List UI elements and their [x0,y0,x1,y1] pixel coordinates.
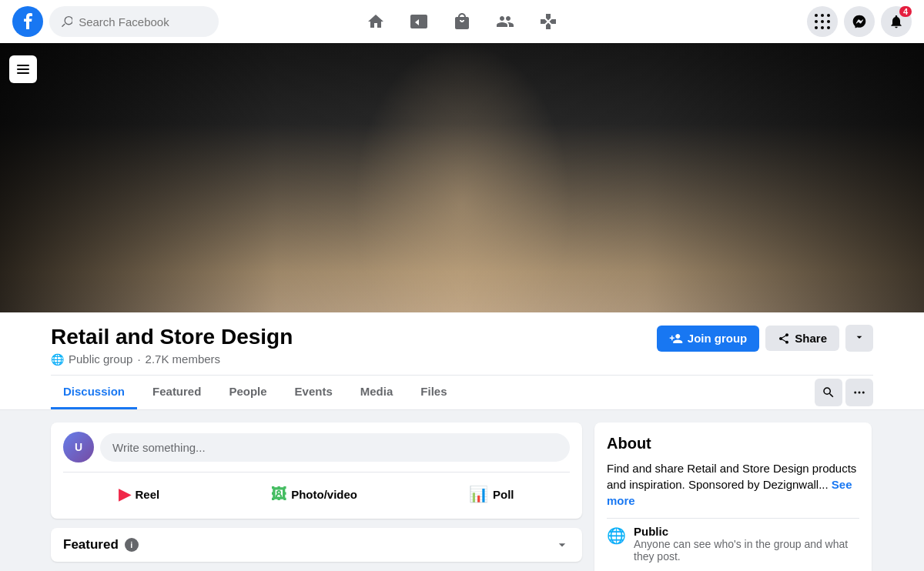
photo-icon: 🖼 [271,486,286,503]
search-bar[interactable] [49,6,219,37]
header-left [12,6,228,37]
svg-point-3 [827,14,830,17]
facebook-logo[interactable] [12,6,43,37]
nav-home[interactable] [357,3,394,40]
right-column: About Find and share Retail and Store De… [594,422,872,571]
group-title-block: Retail and Store Design 🌐 Public group ·… [51,325,293,366]
about-title: About [607,435,859,452]
public-label: Public [634,525,859,538]
svg-point-8 [821,26,824,29]
nav-gaming[interactable] [530,3,567,40]
notifications-button[interactable]: 4 [881,6,912,37]
svg-point-6 [827,20,830,23]
tab-featured[interactable]: Featured [140,376,213,409]
nav-watch[interactable] [400,3,437,40]
more-tabs-button[interactable] [845,379,873,406]
user-avatar: U [63,432,94,462]
left-column: U Write something... ▶ Reel 🖼 Photo/vide… [51,422,582,571]
svg-point-9 [827,26,830,29]
info-icon: i [125,538,139,552]
group-meta: 🌐 Public group · 2.7K members [51,352,293,366]
svg-point-5 [821,20,824,23]
post-input[interactable]: Write something... [100,433,570,462]
main-content: Retail and Store Design 🌐 Public group ·… [0,43,924,571]
poll-icon: 📊 [469,485,488,503]
reel-action[interactable]: ▶ Reel [106,479,172,509]
globe-icon: 🌐 [51,353,64,366]
featured-section: Featured i [51,528,582,562]
divider [607,518,859,519]
svg-point-7 [815,26,818,29]
group-type: Public group [69,352,132,366]
post-actions-row: ▶ Reel 🖼 Photo/video 📊 Poll [63,472,570,509]
tab-events[interactable]: Events [283,376,345,409]
group-members: 2.7K members [146,352,221,366]
photo-video-action[interactable]: 🖼 Photo/video [259,479,370,509]
group-info-section: Retail and Store Design 🌐 Public group ·… [0,312,924,410]
search-tab-button[interactable] [815,379,842,406]
tab-people[interactable]: People [216,376,279,409]
cover-photo [0,43,924,312]
svg-rect-11 [17,68,29,70]
search-input[interactable] [79,15,206,28]
notification-badge: 4 [899,6,912,17]
about-public-item: 🌐 Public Anyone can see who's in the gro… [607,525,859,563]
reel-icon: ▶ [119,485,130,503]
post-box: U Write something... ▶ Reel 🖼 Photo/vide… [51,422,582,519]
about-desc: Find and share Retail and Store Design p… [607,460,859,509]
svg-rect-12 [17,72,29,74]
group-title: Retail and Store Design [51,325,293,349]
poll-action[interactable]: 📊 Poll [457,479,527,509]
svg-point-2 [821,14,824,17]
header-right: 4 [696,6,912,37]
featured-header[interactable]: Featured i [51,528,582,562]
group-actions: Join group Share [657,325,873,352]
chevron-down-icon [554,537,570,553]
public-sub: Anyone can see who's in the group and wh… [634,538,859,563]
content-area: U Write something... ▶ Reel 🖼 Photo/vide… [38,410,886,571]
svg-point-1 [815,14,818,17]
tab-files[interactable]: Files [408,376,459,409]
search-icon [62,15,72,28]
menu-button[interactable] [807,6,838,37]
share-button[interactable]: Share [765,326,839,351]
header-center [228,3,696,40]
svg-point-13 [854,392,856,394]
more-options-button[interactable] [845,325,873,352]
messenger-button[interactable] [844,6,875,37]
tab-discussion[interactable]: Discussion [51,376,137,409]
svg-point-4 [815,20,818,23]
tab-actions [815,379,873,406]
about-card: About Find and share Retail and Store De… [594,422,872,571]
tabs: Discussion Featured People Events Media … [51,375,873,409]
svg-rect-10 [17,65,29,66]
svg-point-15 [862,392,865,394]
tab-media[interactable]: Media [348,376,406,409]
nav-marketplace[interactable] [444,3,480,40]
nav-groups[interactable] [487,3,524,40]
join-group-button[interactable]: Join group [657,326,760,352]
featured-title: Featured i [63,537,139,553]
header: 4 [0,0,924,43]
sidebar-toggle[interactable] [9,55,37,83]
svg-point-14 [859,392,861,394]
globe-about-icon: 🌐 [607,526,626,545]
